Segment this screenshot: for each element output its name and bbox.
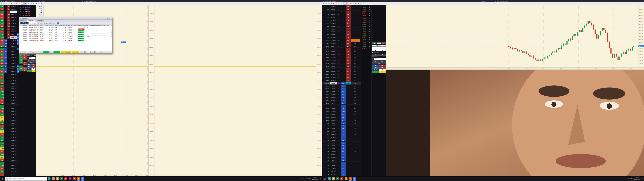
dom-ask-cell[interactable] bbox=[8, 173, 10, 176]
dom-orders-cell[interactable] bbox=[16, 150, 19, 153]
dom-bid-cell[interactable] bbox=[4, 122, 8, 124]
dom-ask-cell[interactable]: 83 bbox=[8, 25, 10, 28]
dom-row[interactable]: 4506.2544 bbox=[322, 5, 360, 8]
dom-bid-cell[interactable] bbox=[4, 88, 8, 90]
dom-ask-cell[interactable]: 8 bbox=[8, 30, 10, 33]
dom-row[interactable]: 184492.258 bbox=[322, 164, 360, 167]
dom-orders-cell[interactable]: 218 bbox=[16, 70, 19, 73]
dom-bid-cell[interactable] bbox=[340, 76, 346, 79]
close-tab-icon[interactable]: ⊗ bbox=[25, 20, 26, 22]
column-header[interactable]: Action bbox=[54, 24, 58, 26]
dom-ask-cell[interactable] bbox=[346, 133, 351, 136]
dom-bid-cell[interactable] bbox=[340, 45, 346, 48]
dom-orders-cell[interactable] bbox=[16, 5, 19, 8]
positions-row[interactable]: ▸U6845B...MNQU21Micro E-...09/09/2...51:… bbox=[19, 37, 112, 39]
close-icon[interactable]: ✕ bbox=[110, 18, 112, 19]
dom-orders-cell[interactable] bbox=[16, 88, 19, 90]
modify-icon[interactable]: ✎ bbox=[110, 32, 110, 33]
dom-row[interactable]: 128215586.25 bbox=[0, 93, 19, 96]
dom-row[interactable]: 105615586.50 bbox=[0, 90, 19, 93]
dom-orders-cell[interactable] bbox=[16, 82, 19, 85]
mini-ask-cell[interactable]: 72 bbox=[23, 54, 27, 56]
dom-bid-cell[interactable] bbox=[4, 119, 8, 122]
dom-orders-cell[interactable] bbox=[16, 19, 19, 22]
dom-ask-cell[interactable]: 12 bbox=[8, 5, 10, 8]
dom-bid-cell[interactable]: 78 bbox=[340, 122, 346, 124]
column-header[interactable]: Instrum... bbox=[34, 24, 40, 26]
dom-row[interactable]: 152944500.2531144149 bbox=[322, 73, 360, 76]
buy-button[interactable]: A bbox=[372, 42, 376, 44]
row-tools[interactable]: ✎≡ bbox=[110, 38, 112, 39]
window-controls[interactable]: – ▢ ✕ bbox=[340, 0, 344, 2]
dom-bid-cell[interactable]: 144 bbox=[340, 88, 346, 90]
chart-plot[interactable] bbox=[386, 5, 638, 67]
be-button[interactable]: BE bbox=[372, 54, 379, 56]
positions-row[interactable]: ▸U6845B...MNQU21Micro E-...09/09/2...01:… bbox=[19, 30, 112, 32]
dom-row[interactable]: 8124504.501642 bbox=[322, 25, 360, 28]
mini-bid-cell[interactable]: 44 bbox=[19, 67, 23, 69]
lock-icon[interactable] bbox=[94, 51, 96, 53]
window-title-chart[interactable]: ▦ MNQU2021 5 Minute bbox=[81, 0, 97, 2]
layout-icon[interactable]: ▥ bbox=[3, 2, 5, 4]
so-value[interactable]: 50 bbox=[34, 55, 36, 56]
dom-bid-cell[interactable] bbox=[340, 39, 346, 42]
dom-bid-cell[interactable] bbox=[4, 147, 8, 150]
dom-ask-cell[interactable] bbox=[8, 144, 10, 147]
dom-row[interactable]: 931415589.50 bbox=[0, 56, 19, 59]
menu-icon[interactable]: ≡ bbox=[111, 26, 112, 28]
dom-bid-cell[interactable]: 3 bbox=[4, 59, 8, 62]
flat-button[interactable]: FLAT bbox=[372, 71, 379, 73]
dom-ask-cell[interactable] bbox=[8, 65, 10, 68]
dom-row[interactable]: 94491.755 bbox=[322, 170, 360, 173]
dom-bid-cell[interactable] bbox=[340, 79, 346, 82]
dom-bid-cell[interactable]: 203 bbox=[340, 102, 346, 104]
dom-row[interactable]: 182794500.0034208231 bbox=[322, 76, 360, 79]
dom-row[interactable]: 60154501.00-535219 bbox=[322, 65, 360, 68]
mini-bid-cell[interactable]: 122 bbox=[19, 54, 23, 56]
mini-ladder-row[interactable]: 12 bbox=[19, 64, 27, 66]
dom-row[interactable]: 524494.0073 bbox=[322, 144, 360, 147]
dom-orders-cell[interactable] bbox=[16, 96, 19, 99]
mini-bid-cell[interactable]: 59 bbox=[19, 60, 23, 62]
window-title-secondary[interactable]: ▦ ES... bbox=[481, 0, 487, 2]
positions-row[interactable]: ▸U6845B...MNQU21Micro E-...09/09/2...20:… bbox=[19, 34, 112, 36]
dom-row[interactable]: 77614498.5041176227 bbox=[322, 93, 360, 96]
menu-icon[interactable]: ≡ bbox=[111, 32, 112, 33]
dom-row[interactable]: 2034495.002243 bbox=[322, 133, 360, 136]
dom-orders-cell[interactable] bbox=[16, 85, 19, 88]
column-header[interactable]: Fills bbox=[65, 24, 68, 26]
dom-ask-cell[interactable] bbox=[346, 119, 351, 122]
dom-ask-cell[interactable] bbox=[346, 93, 351, 96]
dom-orders-cell[interactable] bbox=[16, 116, 19, 119]
positions-row[interactable]: ▸bertrand...MNQU21Micro E-...09/09/2...5… bbox=[19, 36, 112, 37]
search-input[interactable]: Taper ici pour rechercher bbox=[5, 177, 47, 181]
column-header[interactable] bbox=[19, 24, 21, 26]
dom-bid-cell[interactable] bbox=[340, 56, 346, 59]
mid-button[interactable]: Mid bbox=[31, 64, 36, 66]
dom-orders-cell[interactable] bbox=[16, 45, 19, 48]
column-header[interactable]: Open bbox=[40, 24, 44, 26]
dom-bid-cell[interactable]: 99 bbox=[340, 96, 346, 99]
dom-bid-cell[interactable]: 173 bbox=[340, 119, 346, 122]
mini-ladder-row[interactable]: 733 bbox=[19, 69, 27, 71]
dom-bid-cell[interactable] bbox=[4, 144, 8, 147]
trail-qty[interactable]: 1 bbox=[379, 69, 386, 71]
dom-ask-cell[interactable] bbox=[346, 110, 351, 113]
dom-row[interactable]: 100224499.0028144203 bbox=[322, 88, 360, 90]
s3p-button[interactable]: S3P bbox=[27, 59, 31, 61]
dom-bid-cell[interactable]: 30 bbox=[340, 167, 346, 170]
dom-ask-cell[interactable]: 22 bbox=[346, 14, 351, 16]
dom-ask-cell[interactable] bbox=[8, 170, 10, 173]
dom-bid-cell[interactable] bbox=[4, 110, 8, 113]
modify-icon[interactable]: ✎ bbox=[110, 28, 110, 30]
dom-ask-cell[interactable] bbox=[8, 59, 10, 62]
dom-bid-cell[interactable] bbox=[4, 73, 8, 76]
dom-ask-cell[interactable]: 144 bbox=[346, 73, 351, 76]
dom-orders-cell[interactable]: 20 bbox=[16, 36, 19, 39]
dom-ask-cell[interactable]: 58 bbox=[346, 10, 351, 14]
today-checkbox[interactable]: ✓Today bbox=[38, 22, 43, 24]
dom-bid-cell[interactable] bbox=[340, 59, 346, 62]
dom-orders-cell[interactable] bbox=[16, 50, 19, 53]
dom-bid-cell[interactable]: 22 bbox=[340, 104, 346, 108]
dom-orders-cell[interactable] bbox=[16, 25, 19, 28]
